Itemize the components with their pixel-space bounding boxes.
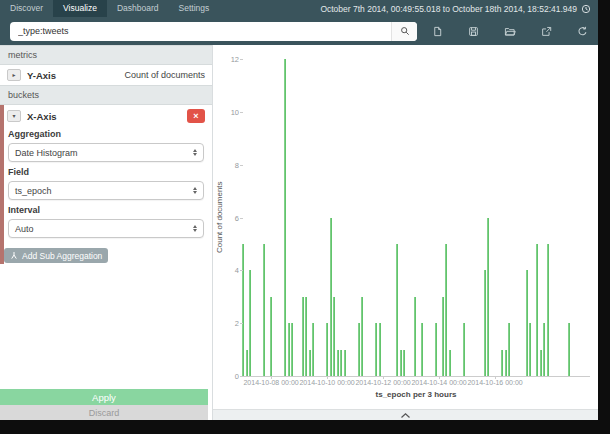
- x-tick-label: 2014-10-16 00:00: [440, 379, 550, 386]
- histogram-bar[interactable]: [302, 297, 304, 376]
- export-icon[interactable]: [541, 26, 552, 37]
- histogram-bar[interactable]: [396, 244, 398, 376]
- x-axis-line: [242, 376, 590, 377]
- search-input[interactable]: [10, 22, 391, 41]
- histogram-bar[interactable]: [333, 297, 335, 376]
- field-group: Field ts_epoch: [0, 162, 212, 200]
- histogram-bar[interactable]: [568, 323, 570, 376]
- histogram-bar[interactable]: [249, 270, 251, 376]
- main-content: metrics ▸ Y-Axis Count of documents buck…: [0, 45, 598, 420]
- y-tick-mark: [240, 112, 244, 113]
- y-axis-labels: 024681012: [213, 59, 239, 376]
- y-tick-label: 2: [235, 319, 239, 328]
- x-tick-mark: [383, 376, 384, 379]
- tab-dashboard[interactable]: Dashboard: [107, 0, 169, 17]
- y-axis-row[interactable]: ▸ Y-Axis Count of documents: [0, 65, 212, 85]
- plot-area: [242, 59, 590, 376]
- select-arrows-icon: [193, 149, 197, 157]
- histogram-bar[interactable]: [337, 350, 339, 376]
- save-icon[interactable]: [468, 26, 479, 37]
- x-tick-mark: [327, 376, 328, 379]
- new-document-icon[interactable]: [432, 26, 443, 37]
- histogram-bar[interactable]: [344, 350, 346, 376]
- time-range[interactable]: October 7th 2014, 00:49:55.018 to Octobe…: [320, 0, 598, 17]
- histogram-bar[interactable]: [340, 350, 342, 376]
- histogram-bar[interactable]: [326, 323, 328, 376]
- y-axis-label: Y-Axis: [27, 70, 56, 81]
- bucket-accent-strip: [0, 105, 4, 264]
- search-row: [0, 17, 598, 45]
- add-sub-aggregation-button[interactable]: Add Sub Aggregation: [4, 248, 108, 263]
- histogram-bar[interactable]: [449, 350, 451, 376]
- histogram-bar[interactable]: [361, 297, 363, 376]
- select-arrows-icon: [193, 187, 197, 195]
- x-axis-collapse-button[interactable]: ▾: [7, 110, 21, 122]
- select-arrows-icon: [193, 225, 197, 233]
- tab-discover[interactable]: Discover: [0, 0, 53, 17]
- fork-icon: [10, 251, 18, 260]
- search-button[interactable]: [391, 22, 417, 41]
- metrics-section-header: metrics: [0, 45, 212, 65]
- histogram-bar[interactable]: [501, 350, 503, 376]
- refresh-icon[interactable]: [577, 26, 588, 37]
- y-tick-mark: [240, 323, 244, 324]
- field-select[interactable]: ts_epoch: [8, 181, 204, 200]
- y-tick-mark: [240, 59, 244, 60]
- histogram-bar[interactable]: [505, 350, 507, 376]
- histogram-bar[interactable]: [540, 350, 542, 376]
- x-axis-label: X-Axis: [27, 111, 57, 122]
- visualization-sidebar: metrics ▸ Y-Axis Count of documents buck…: [0, 45, 213, 420]
- interval-group: Interval Auto: [0, 200, 212, 238]
- histogram-bar[interactable]: [463, 323, 465, 376]
- histogram-bar[interactable]: [358, 323, 360, 376]
- interval-select[interactable]: Auto: [8, 219, 204, 238]
- histogram-bar[interactable]: [526, 270, 528, 376]
- histogram-bar[interactable]: [536, 244, 538, 376]
- histogram-bar[interactable]: [414, 297, 416, 376]
- histogram-bar[interactable]: [435, 323, 437, 376]
- histogram-bar[interactable]: [442, 297, 444, 376]
- y-axis-expand-button[interactable]: ▸: [7, 69, 21, 81]
- histogram-bar[interactable]: [487, 218, 489, 377]
- histogram-bar[interactable]: [403, 350, 405, 376]
- histogram-bar[interactable]: [242, 244, 244, 376]
- histogram-bar[interactable]: [375, 323, 377, 376]
- discard-button[interactable]: Discard: [0, 405, 208, 420]
- aggregation-select[interactable]: Date Histogram: [8, 143, 204, 162]
- remove-x-axis-button[interactable]: ×: [187, 109, 205, 123]
- histogram-bar[interactable]: [400, 350, 402, 376]
- toolbar-icons: [417, 26, 588, 37]
- histogram-bar[interactable]: [379, 323, 381, 376]
- histogram-bar[interactable]: [547, 244, 549, 376]
- histogram-bar[interactable]: [445, 244, 447, 376]
- histogram-bar[interactable]: [330, 218, 332, 377]
- spy-panel-toggle[interactable]: [213, 409, 598, 420]
- histogram-bar[interactable]: [508, 323, 510, 376]
- tab-visualize[interactable]: Visualize: [53, 0, 107, 17]
- histogram-bar[interactable]: [543, 323, 545, 376]
- aggregation-label: Aggregation: [8, 129, 204, 139]
- add-sub-aggregation-label: Add Sub Aggregation: [22, 251, 102, 261]
- open-icon[interactable]: [504, 26, 516, 37]
- y-tick-label: 6: [235, 214, 239, 223]
- histogram-bar[interactable]: [270, 297, 272, 376]
- tab-settings[interactable]: Settings: [169, 0, 220, 17]
- histogram-bar[interactable]: [288, 323, 290, 376]
- time-range-text: October 7th 2014, 00:49:55.018 to Octobe…: [320, 4, 577, 14]
- apply-button[interactable]: Apply: [0, 389, 208, 405]
- screen: { "navbar": { "bg": "#3a545c", "tabs": […: [0, 0, 610, 434]
- clock-icon[interactable]: [581, 4, 591, 14]
- histogram-bar[interactable]: [284, 59, 286, 376]
- histogram-bar[interactable]: [484, 270, 486, 376]
- y-tick-mark: [240, 165, 244, 166]
- histogram-bar[interactable]: [246, 350, 248, 376]
- histogram-bar[interactable]: [263, 244, 265, 376]
- histogram-bar[interactable]: [529, 323, 531, 376]
- histogram-bar[interactable]: [291, 323, 293, 376]
- histogram-bar[interactable]: [421, 323, 423, 376]
- histogram-bar[interactable]: [312, 323, 314, 376]
- histogram-bar[interactable]: [305, 297, 307, 376]
- y-tick-label: 4: [235, 266, 239, 275]
- histogram-bar[interactable]: [309, 350, 311, 376]
- x-tick-mark: [495, 376, 496, 379]
